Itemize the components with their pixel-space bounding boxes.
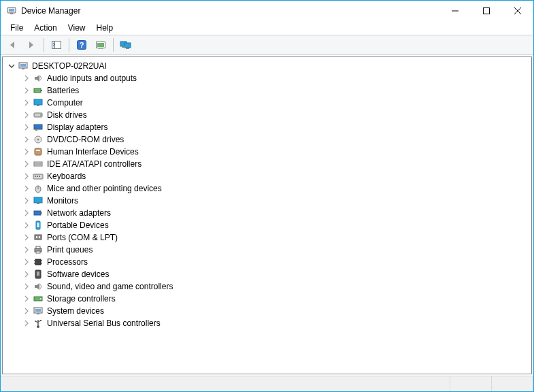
tree-category-node[interactable]: Mice and other pointing devices: [5, 182, 531, 195]
close-button[interactable]: [502, 1, 533, 21]
chevron-right-icon[interactable]: [22, 147, 31, 157]
chevron-right-icon[interactable]: [22, 294, 31, 304]
chevron-right-icon[interactable]: [22, 98, 31, 108]
status-bar: [1, 376, 533, 391]
svg-rect-31: [36, 150, 40, 151]
monitor-icon: [33, 195, 44, 206]
tree-category-label: Computer: [46, 98, 84, 108]
svg-rect-47: [36, 236, 37, 238]
chevron-right-icon[interactable]: [22, 306, 31, 316]
mouse-icon: [33, 183, 44, 194]
chevron-right-icon[interactable]: [22, 86, 31, 95]
svg-rect-18: [20, 64, 26, 67]
tree-category-node[interactable]: Disk drives: [5, 109, 531, 121]
tree-category-label: Audio inputs and outputs: [46, 74, 137, 83]
tree-category-node[interactable]: Keyboards: [5, 170, 531, 182]
svg-rect-20: [34, 88, 41, 93]
svg-rect-19: [22, 68, 24, 69]
svg-point-29: [37, 139, 39, 141]
menu-file[interactable]: File: [5, 22, 29, 33]
processor-icon: [33, 257, 44, 267]
window-controls: [439, 1, 533, 21]
tree-category-label: IDE ATA/ATAPI controllers: [46, 159, 142, 169]
svg-rect-23: [37, 105, 39, 106]
chevron-right-icon[interactable]: [22, 245, 31, 255]
tree-category-label: System devices: [46, 306, 105, 316]
display-adapter-icon: [33, 122, 44, 133]
toolbar-scan-hardware-button[interactable]: [92, 37, 110, 53]
toolbar-monitors-button[interactable]: [117, 37, 135, 53]
device-tree[interactable]: DESKTOP-02R2UAI Audio inputs and outputs…: [2, 56, 532, 374]
tree-category-node[interactable]: Portable Devices: [5, 219, 531, 231]
chevron-right-icon[interactable]: [22, 257, 31, 267]
toolbar-show-hide-tree-button[interactable]: [48, 37, 65, 53]
tree-category-label: Storage controllers: [46, 294, 116, 304]
chevron-right-icon[interactable]: [22, 233, 31, 242]
chevron-right-icon[interactable]: [22, 184, 31, 193]
chevron-right-icon[interactable]: [22, 282, 31, 291]
help-icon: ?: [76, 39, 87, 50]
svg-rect-62: [35, 309, 41, 312]
svg-rect-67: [40, 320, 41, 321]
tree-category-node[interactable]: IDE ATA/ATAPI controllers: [5, 158, 531, 170]
chevron-right-icon[interactable]: [22, 110, 31, 120]
tree-category-node[interactable]: Sound, video and game controllers: [5, 280, 531, 293]
tree-category-node[interactable]: Display adapters: [5, 121, 531, 133]
tree-category-node[interactable]: Ports (COM & LPT): [5, 231, 531, 244]
tree-category-label: Keyboards: [46, 172, 86, 181]
chevron-right-icon[interactable]: [22, 172, 31, 181]
tree-category-node[interactable]: Monitors: [5, 195, 531, 207]
ide-controller-icon: [33, 159, 44, 169]
toolbar-back-button[interactable]: [3, 37, 21, 53]
svg-rect-50: [36, 246, 40, 248]
menu-help[interactable]: Help: [91, 22, 119, 33]
chevron-right-icon[interactable]: [22, 208, 31, 218]
svg-rect-41: [37, 203, 39, 204]
svg-rect-42: [34, 211, 41, 215]
chevron-right-icon[interactable]: [22, 135, 31, 144]
chevron-right-icon[interactable]: [22, 74, 31, 83]
battery-icon: [33, 85, 44, 96]
tree-category-node[interactable]: Human Interface Devices: [5, 146, 531, 158]
status-cell: [1, 376, 450, 391]
svg-point-64: [37, 325, 39, 328]
chevron-right-icon[interactable]: [22, 270, 31, 279]
tree-category-node[interactable]: Print queues: [5, 244, 531, 256]
hid-icon: [33, 146, 44, 157]
tree-category-node[interactable]: Universal Serial Bus controllers: [5, 317, 531, 329]
tree-category-node[interactable]: DVD/CD-ROM drives: [5, 133, 531, 146]
tree-category-label: Mice and other pointing devices: [46, 184, 163, 193]
svg-rect-14: [124, 43, 131, 48]
maximize-button[interactable]: [471, 1, 502, 21]
minimize-button[interactable]: [439, 1, 471, 21]
chevron-right-icon[interactable]: [22, 220, 31, 230]
tree-root-node[interactable]: DESKTOP-02R2UAI: [5, 60, 531, 72]
menu-action[interactable]: Action: [29, 22, 62, 33]
svg-rect-37: [39, 176, 40, 177]
tree-category-label: Ports (COM & LPT): [46, 233, 118, 242]
tree-category-node[interactable]: System devices: [5, 305, 531, 317]
svg-point-60: [40, 298, 41, 299]
chevron-right-icon[interactable]: [22, 159, 31, 169]
chevron-right-icon[interactable]: [22, 318, 31, 328]
toolbar-help-button[interactable]: ?: [73, 37, 90, 53]
scan-hardware-icon: [95, 39, 106, 50]
svg-rect-30: [35, 148, 41, 155]
tree-category-node[interactable]: Computer: [5, 97, 531, 109]
chevron-right-icon[interactable]: [22, 122, 31, 132]
tree-category-label: Display adapters: [46, 122, 108, 132]
chevron-down-icon[interactable]: [7, 61, 16, 71]
toolbar-forward-button[interactable]: [22, 37, 40, 53]
tree-category-node[interactable]: Batteries: [5, 84, 531, 97]
system-device-icon: [33, 306, 44, 316]
chevron-right-icon[interactable]: [22, 196, 31, 206]
svg-rect-1: [9, 9, 14, 12]
tree-category-node[interactable]: Network adapters: [5, 207, 531, 219]
menu-view[interactable]: View: [63, 22, 91, 33]
svg-rect-4: [484, 8, 490, 14]
tree-category-node[interactable]: Audio inputs and outputs: [5, 72, 531, 84]
optical-drive-icon: [33, 134, 44, 145]
tree-category-node[interactable]: Storage controllers: [5, 293, 531, 305]
tree-category-node[interactable]: Processors: [5, 256, 531, 268]
tree-category-node[interactable]: Software devices: [5, 268, 531, 280]
